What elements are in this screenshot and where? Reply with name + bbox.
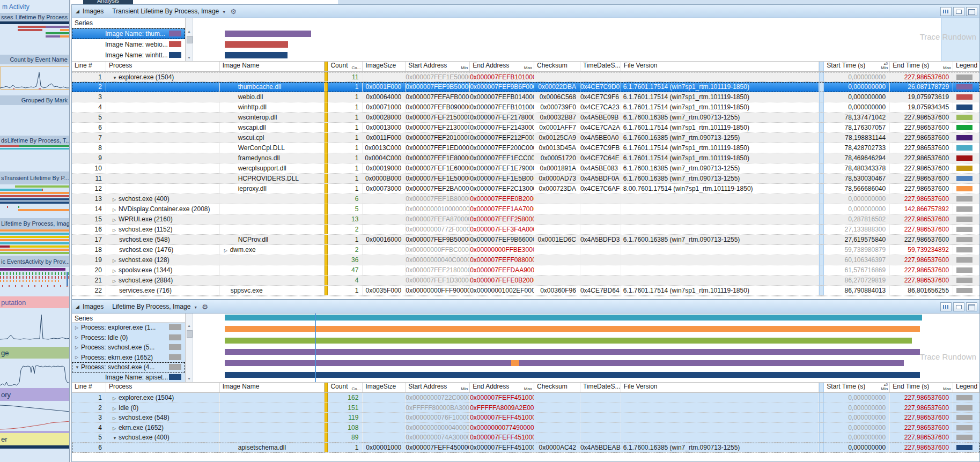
graph-thumbnail[interactable] [0,21,69,55]
column-header-td[interactable]: TimeDateS... [580,383,621,392]
sidebar-item-dots7[interactable]: ic EventsActivity by Prov... [0,256,69,267]
column-header-sa[interactable]: Start AddressMin [406,62,470,71]
sidebar-item-line_memory[interactable]: ory [0,388,69,401]
expander-icon[interactable]: ▷ [224,245,230,255]
sidebar-item-empty[interactable]: Grouped By Mark [0,95,69,105]
view-editor-gear-icon[interactable]: ⚙ [230,8,237,15]
table-row[interactable]: 10wercplsupport.dll10x000190000x000007FE… [72,163,979,174]
scroll-down-icon[interactable]: ▼ [186,56,193,59]
column-header-ea[interactable]: End AddressMax [470,62,534,71]
sidebar-item-line_comp[interactable]: putation [0,296,69,308]
table-row[interactable]: 12ieproxy.dll10x000730000x000007FEF2BA00… [72,184,979,194]
graph-thumbnail[interactable] [0,359,69,388]
column-header-div[interactable] [819,62,824,71]
column-header-proc[interactable]: Process [106,62,220,71]
table-row[interactable]: 11HCPROVIDERS.DLL10x0000B0000x000007FEF1… [72,174,979,184]
table-row[interactable]: 5▼svchost.exe (400)890x0000000074A300000… [72,433,979,443]
expander-icon[interactable]: ▷ [75,345,81,350]
series-row[interactable]: ▷Process: Idle (0) [72,333,185,343]
expander-icon[interactable]: ▷ [75,325,81,330]
table-row[interactable]: 5wscinterop.dll10x000280000x000007FEF215… [72,113,979,123]
column-header-line[interactable]: Line # [72,62,106,71]
collapse-icon[interactable]: ◢ [76,304,79,309]
table-row[interactable]: 2▷Idle (0)1510xFFFFF80000BA30000xFFFFFA8… [72,403,979,413]
expander-icon[interactable]: ▷ [113,266,119,275]
column-header-td[interactable]: TimeDateS... [580,62,621,71]
sidebar-item-bar_power[interactable]: er [0,433,69,445]
expander-icon[interactable]: ▷ [113,205,119,214]
table-row[interactable]: 4winhttp.dll10x000710000x000007FEFB09000… [72,102,979,113]
column-header-line[interactable]: Line # [72,383,106,392]
series-row[interactable]: ▷Process: explorer.exe (1... [72,323,185,333]
expander-icon[interactable]: ▷ [113,424,119,433]
panel-button-graph-options-icon[interactable] [940,7,952,16]
expander-icon[interactable]: ▷ [113,414,119,422]
table-row[interactable]: 14▷NVDisplay.Container.exe (2008)50x0000… [72,204,979,214]
column-header-count[interactable]: CountCo... [328,383,363,392]
expander-icon[interactable]: ▷ [113,256,119,265]
expander-icon[interactable]: ▷ [113,215,119,224]
table-row[interactable]: 16▷svchost.exe (1152)20x00000000772F0000… [72,225,979,235]
sidebar-category-label[interactable]: m Activity [0,0,69,13]
column-header-fv[interactable]: File Version [621,383,820,392]
column-header-size[interactable]: ImageSize [363,383,406,392]
column-header-et[interactable]: End Time (s)Max [890,62,953,71]
expander-icon[interactable]: ▼ [75,365,81,370]
series-row[interactable]: Image Name: winhtt... [72,50,185,61]
graph-thumbnail[interactable] [0,267,69,296]
panel-button-graph-options-icon[interactable] [940,302,952,311]
collapse-icon[interactable]: ◢ [76,9,79,14]
column-header-size[interactable]: ImageSize [363,62,406,71]
expander-icon[interactable]: ▷ [113,276,119,285]
scroll-up-icon[interactable]: ▲ [186,324,193,327]
table-row[interactable]: 1▼explorer.exe (1504)110x000007FEF1E5000… [72,72,979,82]
expander-icon[interactable]: ▷ [113,225,119,234]
column-header-sa[interactable]: Start AddressMin [406,383,470,392]
chevron-down-icon[interactable]: ▼ [194,305,197,309]
view-editor-gear-icon[interactable]: ⚙ [202,303,208,310]
analysis-tab[interactable]: Analysis [83,0,133,4]
table-row[interactable]: 21▷svchost.exe (2884)40x000007FEF1D30000… [72,275,979,286]
expander-icon[interactable]: ▷ [113,195,119,204]
table-row[interactable]: 3▷svchost.exe (548)1190x0000000076F10000… [72,413,979,423]
series-scrollbar[interactable]: ▲▼ [186,18,193,61]
series-row[interactable]: ▷Process: ekrn.exe (1652) [72,353,185,363]
panel-view-title[interactable]: Transient Lifetime By Process, Image [112,8,219,15]
expander-icon[interactable]: ▷ [113,404,119,413]
expander-icon[interactable]: ▷ [75,355,81,360]
table-row[interactable]: 22services.exe (716)sppsvc.exe10x0035F00… [72,286,979,296]
expander-icon[interactable]: ▼ [113,73,119,81]
graph-thumbnail[interactable] [0,229,69,256]
graph-thumbnail[interactable] [0,308,69,347]
graph-thumbnail[interactable] [0,64,69,95]
table-row[interactable]: 9framedynos.dll10x0004C0000x000007FEF1E8… [72,153,979,163]
graph-thumbnail[interactable] [0,145,69,172]
column-header-st[interactable]: Start Time (s)▴0Min [824,62,890,71]
series-row[interactable]: Image Name: apiset... [72,372,185,383]
scroll-up-icon[interactable]: ▲ [186,29,193,33]
scrollbar-thumb[interactable] [187,330,193,338]
series-row[interactable]: Image Name: webio... [72,39,185,50]
table-row[interactable]: 7wscui.cpl10x0011F0000x000007FEF20100000… [72,133,979,143]
column-header-ck[interactable]: Checksum [534,383,580,392]
sidebar-item-bars4[interactable]: dsLifetime By Process, T... [0,136,69,145]
scrollbar-thumb[interactable] [187,36,193,43]
graph-thumbnail[interactable] [0,401,69,433]
table-row[interactable]: 3webio.dll10x000640000x000007FEFAFB00000… [72,92,979,102]
graph-thumbnail[interactable] [0,445,69,462]
series-row[interactable]: Image Name: thum... [72,28,185,39]
table-row[interactable]: 17svchost.exe (548)NCProv.dll10x00016000… [72,235,979,245]
column-header-proc[interactable]: Process [106,383,220,392]
table-row[interactable]: 6apisetschema.dll10x000010000x000007FEFF… [72,443,979,453]
column-header-img[interactable]: Image Name [220,62,325,71]
column-header-st[interactable]: Start Time (s)▴0Min [824,383,890,392]
table-row[interactable]: 6wscapi.dll10x000130000x000007FEF2130000… [72,123,979,133]
table-row[interactable]: 18svchost.exe (1476)▷dwm.exe20x00000000F… [72,245,979,255]
sidebar-item-bars5[interactable]: sTransient Lifetime By P... [0,172,69,184]
sidebar-item-bars1[interactable]: ssesLifetime By Process [0,13,69,21]
graph-thumbnail[interactable] [0,184,69,218]
column-header-ea[interactable]: End AddressMax [470,383,534,392]
table-row[interactable]: 13▷svchost.exe (400)60x000007FEF1B800000… [72,194,979,204]
chart-area[interactable]: Trace Rundown [194,18,980,61]
column-header-div[interactable] [819,383,824,392]
